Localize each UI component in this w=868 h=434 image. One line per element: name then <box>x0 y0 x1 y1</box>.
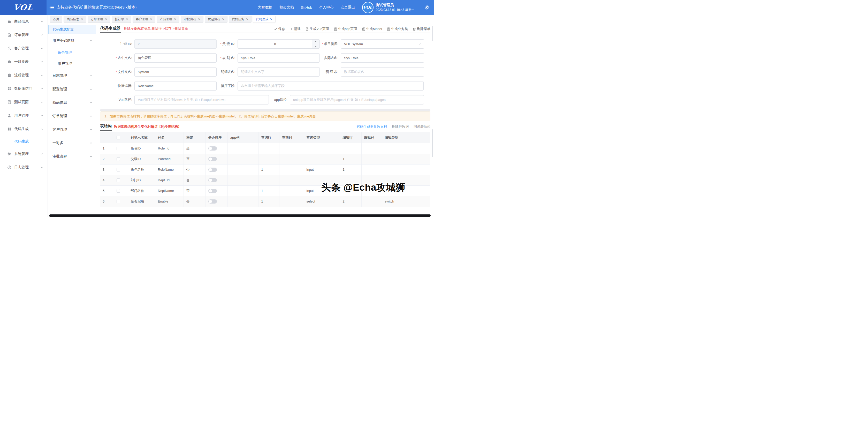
tab-close-icon[interactable] <box>270 18 273 21</box>
collapse-menu-icon[interactable] <box>49 5 55 10</box>
tab-close-icon[interactable] <box>222 18 224 21</box>
toolbar-button[interactable]: 保存 <box>274 27 285 31</box>
submenu-item[interactable]: 用户管理 <box>48 58 97 69</box>
tab[interactable]: 订单管理 <box>88 16 111 23</box>
sidebar-item[interactable]: 流程管理 <box>0 68 48 82</box>
text-input[interactable]: Vue项目所在绝对路径,到views文件夹,如：E:/app/src/views <box>134 95 269 105</box>
chevron-down-icon <box>40 100 43 104</box>
row-checkbox[interactable] <box>117 168 120 172</box>
sort-toggle[interactable] <box>208 178 217 182</box>
chevron-down-icon <box>40 166 43 169</box>
tab[interactable]: 发起流程 <box>205 16 227 23</box>
horizontal-scrollbar[interactable] <box>49 214 431 217</box>
input-placeholder: 明细表中文名字 <box>241 69 265 74</box>
text-input[interactable]: System <box>134 67 217 77</box>
sidebar-item[interactable]: 订单管理 <box>0 28 48 41</box>
toolbar-button[interactable]: 生成Model <box>362 27 382 31</box>
tab[interactable]: 产品管理 <box>157 16 179 23</box>
submenu-header-codegen-config[interactable]: 代码生成配置 <box>48 25 96 34</box>
tab[interactable]: 首页 <box>50 16 62 23</box>
submenu-group[interactable]: 用户基础信息 <box>48 34 97 47</box>
submenu-item-active[interactable]: 角色管理 <box>48 47 97 58</box>
text-input[interactable]: 数据库的表名 <box>341 67 424 77</box>
sort-toggle[interactable] <box>208 199 217 204</box>
tab-close-icon[interactable] <box>246 18 248 21</box>
tab-close-icon[interactable] <box>150 18 152 21</box>
avatar[interactable]: VOL <box>362 2 373 13</box>
settings-gear-icon[interactable] <box>425 5 430 10</box>
text-input[interactable]: 明细表中文名字 <box>238 67 320 77</box>
submenu-group[interactable]: 日志管理 <box>48 69 97 83</box>
form-scrollbar-track[interactable] <box>100 109 430 112</box>
toolbar-button[interactable]: 生成app页面 <box>334 27 357 31</box>
sidebar-item[interactable]: 一对多表 <box>0 55 48 68</box>
toolbar-button[interactable]: 生成业务类 <box>387 27 408 31</box>
submenu-group[interactable]: 商品信息 <box>48 96 97 109</box>
toolbar-button[interactable]: 新建 <box>290 27 301 31</box>
table-action-link[interactable]: 同步表结构 <box>413 124 430 129</box>
text-input[interactable]: RoleName <box>134 81 217 90</box>
submenu-group[interactable]: 配置管理 <box>48 83 97 96</box>
vertical-scrollbar-table[interactable] <box>432 129 433 157</box>
sort-toggle[interactable] <box>208 168 217 172</box>
text-input[interactable]: 2 <box>134 39 217 49</box>
text-input[interactable]: 非自增主键需要输入排序字段 <box>238 81 424 90</box>
submenu-group[interactable]: 一对多 <box>48 136 97 150</box>
tab[interactable]: 我的任务 <box>229 16 251 23</box>
row-checkbox[interactable] <box>117 157 120 161</box>
navbar-link[interactable]: 个人中心 <box>319 5 334 10</box>
text-input[interactable]: 角色管理 <box>134 53 217 63</box>
tab-close-icon[interactable] <box>81 18 83 21</box>
top-navbar: VOL 支持业务代码扩展的快速开发框架(vue3.x版本) 大屏数据框架文档Gi… <box>0 0 434 15</box>
text-input[interactable]: Sys_Role <box>341 53 424 63</box>
tab-active[interactable]: 代码生成 <box>253 16 276 23</box>
sidebar-item[interactable]: 数据库访问 <box>0 82 48 95</box>
navbar-link[interactable]: 安全退出 <box>341 5 355 10</box>
select-all-checkbox[interactable] <box>117 136 120 139</box>
spinner-down-icon[interactable] <box>312 44 319 49</box>
text-input[interactable]: Sys_Role <box>238 53 320 63</box>
toolbar-button[interactable]: 生成Vue页面 <box>306 27 329 31</box>
tab-close-icon[interactable] <box>105 18 107 21</box>
sidebar-item[interactable]: 系统管理 <box>0 147 48 161</box>
navbar-link[interactable]: GitHub <box>301 5 312 9</box>
row-checkbox[interactable] <box>117 189 120 193</box>
sort-toggle[interactable] <box>208 157 217 161</box>
sidebar-item[interactable]: 用户管理 <box>0 109 48 122</box>
table-action-link[interactable]: 删除行数据 <box>392 124 409 129</box>
chevron-down-icon <box>40 47 43 50</box>
row-checkbox[interactable] <box>117 147 120 150</box>
text-input[interactable]: uniapp项目所在绝对路径,到pages文件夹,如：E:/uniapp/pag… <box>290 95 424 105</box>
sidebar-item[interactable]: 日志管理 <box>0 161 48 174</box>
row-checkbox[interactable] <box>117 200 120 203</box>
sort-toggle[interactable] <box>208 189 217 193</box>
sidebar-item[interactable]: 商品信息 <box>0 15 48 28</box>
sidebar-item[interactable]: 代码生成 <box>0 122 48 136</box>
tab[interactable]: 客户管理 <box>133 16 155 23</box>
sidebar-item[interactable]: 测试页面 <box>0 95 48 109</box>
toolbar-button[interactable]: 删除菜单 <box>413 27 430 31</box>
cell-sort <box>206 185 227 196</box>
submenu-group[interactable]: 订单管理 <box>48 109 97 123</box>
tab-close-icon[interactable] <box>198 18 200 21</box>
sidebar-subitem-active[interactable]: 代码生成 <box>0 136 48 147</box>
vertical-scrollbar-top[interactable] <box>432 26 433 41</box>
sort-toggle[interactable] <box>208 146 217 150</box>
tab[interactable]: 审批流程 <box>181 16 204 23</box>
doc-link[interactable]: 代码生成器参数文档 <box>357 124 387 129</box>
text-input[interactable]: 8 <box>238 39 320 49</box>
row-checkbox[interactable] <box>117 178 120 182</box>
tab-close-icon[interactable] <box>126 18 128 21</box>
submenu-group[interactable]: 客户管理 <box>48 123 97 136</box>
project-library-select[interactable]: VOL.System <box>341 39 424 49</box>
tab[interactable]: 商品信息 <box>64 16 86 23</box>
submenu-group[interactable]: 审批流程 <box>48 150 97 163</box>
spinner-up-icon[interactable] <box>312 39 319 44</box>
navbar-link[interactable]: 大屏数据 <box>258 5 273 10</box>
tab[interactable]: 新订单 <box>112 16 131 23</box>
tab-close-icon[interactable] <box>174 18 176 21</box>
sidebar-item[interactable]: 客户管理 <box>0 41 48 55</box>
navbar-link[interactable]: 框架文档 <box>279 5 294 10</box>
chevron-down-icon <box>40 114 43 117</box>
cell-sort <box>206 196 227 207</box>
